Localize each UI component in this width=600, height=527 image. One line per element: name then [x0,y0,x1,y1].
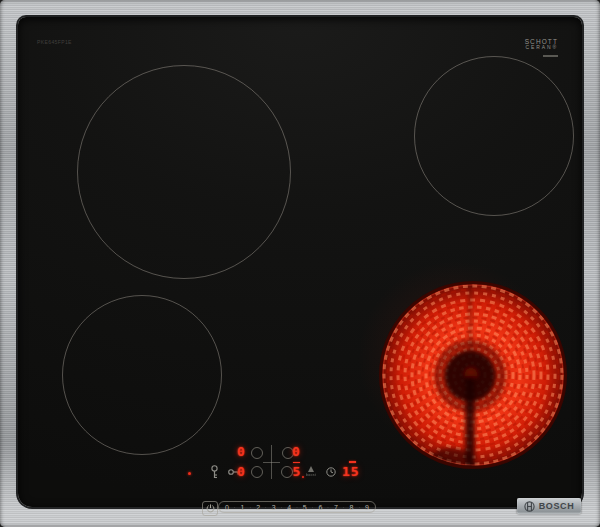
standby-power-icon [206,504,215,513]
cooking-zone-front-left [62,295,222,455]
fine-print-line [543,55,558,57]
slider-level-9[interactable]: 9 [365,504,369,511]
slider-separator-dot: · [280,504,282,510]
zone-select-back-left[interactable] [251,447,263,459]
slider-separator-dot: · [327,504,329,510]
slider-level-8[interactable]: 8 [350,504,354,511]
cooking-zone-back-left [77,65,291,279]
bosch-logo-badge: BOSCH [517,498,581,514]
boost-bar-front-right [293,462,300,464]
slider-level-5[interactable]: 5 [303,504,307,511]
slider-level-1[interactable]: 1 [241,504,245,511]
slider-level-2[interactable]: 2 [256,504,260,511]
slider-separator-dot: · [343,504,345,510]
zone-select-front-right[interactable] [281,466,293,478]
cooking-zone-back-right [414,56,574,216]
slider-level-6[interactable]: 6 [318,504,322,511]
bosch-armature-icon [524,501,535,512]
model-number-print: PKE645FP1E [37,39,72,45]
slider-separator-dot: · [312,504,314,510]
cooking-zone-front-right-active [377,279,569,471]
display-back-left: 0 [237,445,245,458]
slider-separator-dot: · [249,504,251,510]
ceramic-glass-surface: PKE645FP1E SCHOTT CERAN® 0 0 [18,17,582,507]
slider-level-7[interactable]: 7 [334,504,338,511]
slider-level-4[interactable]: 4 [287,504,291,511]
timer-bar [349,461,356,463]
display-front-left: 0 [237,465,245,478]
power-button[interactable] [202,501,218,516]
zone-select-front-left[interactable] [251,466,263,478]
display-divider-horizontal [263,462,280,463]
slider-level-3[interactable]: 3 [272,504,276,511]
slider-separator-dot: · [234,504,236,510]
slider-separator-dot: · [265,504,267,510]
schott-ceran-print: SCHOTT CERAN® [514,38,558,57]
slider-separator-dot: · [296,504,298,510]
power-boost-icon[interactable]: boost [304,466,318,477]
cooktop-photo: PKE645FP1E SCHOTT CERAN® 0 0 [0,0,600,527]
timer-clock-icon[interactable] [326,467,336,477]
boost-label: boost [304,473,318,477]
ceran-text: CERAN® [514,45,558,51]
boost-triangle-icon [308,466,314,472]
timer-display: 15 [342,465,360,478]
child-lock-key-icon[interactable] [209,465,220,479]
bosch-logo-text: BOSCH [539,502,575,511]
display-front-right: 5 [293,465,301,478]
slider-level-0[interactable]: 0 [225,504,229,511]
display-back-right: 0 [292,445,300,458]
residual-heat-indicator-dot [188,472,191,475]
slider-separator-dot: · [358,504,360,510]
power-slider[interactable]: 0·1·2·3·4·5·6·7·8·9 [218,501,376,513]
